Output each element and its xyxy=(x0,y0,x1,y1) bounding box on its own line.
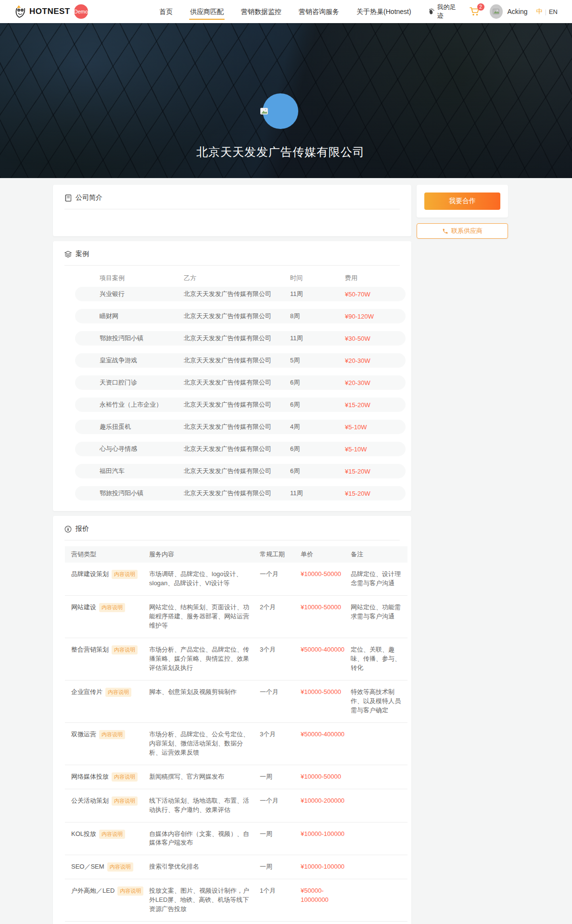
quote-type: 整合营销策划 xyxy=(71,645,109,654)
quote-content: 搜索引擎优化排名 xyxy=(149,862,260,872)
divider xyxy=(64,540,400,540)
col-party-b: 乙方 xyxy=(184,274,290,282)
broken-image-icon xyxy=(260,108,268,115)
content-note-tag[interactable]: 内容说明 xyxy=(112,772,138,782)
case-project: 福田汽车 xyxy=(100,467,184,475)
quotes-table-header: 营销类型 服务内容 常规工期 单价 备注 xyxy=(65,546,407,563)
quote-type-cell: 户外高炮／LED 内容说明 xyxy=(65,886,149,914)
quote-note: 品牌定位、设计理念需与客户沟通 xyxy=(351,570,407,588)
case-party-b: 北京天天发发广告传媒有限公司 xyxy=(184,467,290,475)
content-note-tag[interactable]: 内容说明 xyxy=(105,688,131,697)
case-fee: ¥15-20W xyxy=(345,401,406,409)
nav-item[interactable]: 营销数据监控 xyxy=(241,0,281,23)
content-note-tag[interactable]: 内容说明 xyxy=(112,570,138,579)
username[interactable]: Acking xyxy=(508,8,528,15)
case-row: 永裕竹业（上市企业） 北京天天发发广告传媒有限公司 6周 ¥15-20W xyxy=(75,398,406,412)
intro-section-title: 公司简介 xyxy=(76,193,102,202)
cart-button[interactable]: 2 xyxy=(470,7,480,16)
case-party-b: 北京天天发发广告传媒有限公司 xyxy=(184,312,290,321)
quote-duration: 1个月 xyxy=(260,886,301,914)
content-note-tag[interactable]: 内容说明 xyxy=(99,603,125,612)
my-footprints-label: 我的足迹 xyxy=(437,3,459,20)
quote-duration: 3个月 xyxy=(260,645,301,673)
col-content: 服务内容 xyxy=(149,550,260,559)
case-fee: ¥15-20W xyxy=(345,468,406,475)
quotes-section-header: 报价 xyxy=(64,525,400,533)
nav-item[interactable]: 供应商匹配 xyxy=(190,0,224,23)
content-note-tag[interactable]: 内容说明 xyxy=(107,862,133,872)
quote-type: 户外高炮／LED xyxy=(71,886,114,896)
hotnest-logo[interactable]: HOTNEST xyxy=(14,5,70,18)
quote-row: 整合营销策划 内容说明 市场分析、产品定位、品牌定位、传播策略、媒介策略、舆情监… xyxy=(65,638,407,680)
quote-price: ¥50000-10000000 xyxy=(301,886,351,914)
col-type: 营销类型 xyxy=(65,550,149,559)
contact-supplier-button[interactable]: 联系供应商 xyxy=(417,223,508,239)
case-duration: 5周 xyxy=(290,356,345,365)
content-note-tag[interactable]: 内容说明 xyxy=(99,830,125,839)
cases-table: 项目案例 乙方 时间 费用 兴业银行 北京天天发发广告传媒有限公司 11周 ¥5… xyxy=(75,270,406,500)
quote-row: 品牌建设策划 内容说明 市场调研、品牌定位、logo设计、slogan、品牌设计… xyxy=(65,563,407,596)
content-note-tag[interactable]: 内容说明 xyxy=(112,645,138,654)
intro-empty-body xyxy=(53,209,411,227)
my-footprints-link[interactable]: 我的足迹 xyxy=(429,3,459,20)
nav-item[interactable]: 营销咨询服务 xyxy=(299,0,339,23)
phone-icon xyxy=(442,228,448,234)
hero-banner: 北京天天发发广告传媒有限公司 xyxy=(0,23,572,178)
case-duration: 6周 xyxy=(290,467,345,475)
user-avatar[interactable] xyxy=(490,4,503,19)
quote-type-cell: 整合营销策划 内容说明 xyxy=(65,645,149,673)
content-note-tag[interactable]: 内容说明 xyxy=(112,796,138,806)
quotes-section-title: 报价 xyxy=(76,525,89,533)
quote-type-cell: 双微运营 内容说明 xyxy=(65,730,149,757)
quote-row: 公关活动策划 内容说明 线下活动策划、场地选取、布置、活动执行、客户邀约、效果评… xyxy=(65,789,407,822)
quote-type-cell: KOL投放 内容说明 xyxy=(65,830,149,848)
lang-zh[interactable]: 中 xyxy=(536,7,543,16)
case-fee: ¥20-30W xyxy=(345,379,406,386)
quote-price: ¥10000-50000 xyxy=(301,688,351,715)
col-duration: 常规工期 xyxy=(260,550,301,559)
quote-row: KOL投放 内容说明 自媒体内容创作（文案、视频）、自媒体客户端发布 一周 ¥1… xyxy=(65,822,407,856)
case-fee: ¥20-30W xyxy=(345,357,406,364)
content-note-tag[interactable]: 内容说明 xyxy=(117,886,143,896)
intro-section-header: 公司简介 xyxy=(64,193,400,202)
case-project: 天资口腔门诊 xyxy=(100,378,184,387)
case-row: 鄂旅投沔阳小镇 北京天天发发广告传媒有限公司 11周 ¥30-50W xyxy=(75,331,406,346)
case-duration: 6周 xyxy=(290,400,345,409)
case-project: 皇室战争游戏 xyxy=(100,356,184,365)
cases-card: 案例 项目案例 乙方 时间 费用 兴业银行 北京天天发发广告传媒有限公司 11周… xyxy=(53,241,411,511)
quote-note xyxy=(351,796,407,815)
quote-type: SEO／SEM xyxy=(71,862,104,872)
case-project: 鄂旅投沔阳小镇 xyxy=(100,489,184,498)
quote-price: ¥10000-100000 xyxy=(301,830,351,848)
footprint-icon xyxy=(429,8,435,15)
quote-type-cell: 网络媒体投放 内容说明 xyxy=(65,772,149,782)
quote-content: 市场分析、产品定位、品牌定位、传播策略、媒介策略、舆情监控、效果评估策划及执行 xyxy=(149,645,260,673)
case-project: 兴业银行 xyxy=(100,290,184,298)
quote-note: 特效等高技术制作、以及模特人员需与客户确定 xyxy=(351,688,407,715)
case-row: 天资口腔门诊 北京天天发发广告传媒有限公司 6周 ¥20-30W xyxy=(75,375,406,390)
demo-badge: Demo xyxy=(74,4,88,19)
nav-item[interactable]: 首页 xyxy=(159,0,173,23)
content-note-tag[interactable]: 内容说明 xyxy=(99,730,125,739)
quote-price: ¥50000-400000 xyxy=(301,645,351,673)
quote-row: SEO／SEM 内容说明 搜索引擎优化排名 一周 ¥10000-100000 xyxy=(65,855,407,879)
nav-item[interactable]: 关于热巢(Hotnest) xyxy=(356,0,411,23)
quote-price: ¥10000-100000 xyxy=(301,862,351,872)
case-fee: ¥30-50W xyxy=(345,335,406,342)
broken-image-icon xyxy=(493,9,499,14)
quote-duration: 一周 xyxy=(260,830,301,848)
case-row: 心与心寻情感 北京天天发发广告传媒有限公司 6周 ¥5-10W xyxy=(75,442,406,456)
quotes-table: 营销类型 服务内容 常规工期 单价 备注 品牌建设策划 内容说明 市场调研、品牌… xyxy=(65,546,407,922)
cooperate-button[interactable]: 我要合作 xyxy=(424,192,500,210)
main-nav: 首页 供应商匹配 营销数据监控 营销咨询服务 关于热巢(Hotnest) xyxy=(159,0,429,23)
quote-price: ¥10000-50000 xyxy=(301,570,351,588)
brand-name: HOTNEST xyxy=(29,7,70,16)
case-row: 兴业银行 北京天天发发广告传媒有限公司 11周 ¥50-70W xyxy=(75,287,406,301)
case-project: 心与心寻情感 xyxy=(100,445,184,453)
case-party-b: 北京天天发发广告传媒有限公司 xyxy=(184,445,290,453)
left-column: 公司简介 案例 项目案例 乙方 xyxy=(53,185,411,924)
lang-en[interactable]: EN xyxy=(549,8,558,15)
sidebar: 我要合作 联系供应商 xyxy=(417,185,508,239)
quote-note xyxy=(351,830,407,848)
case-party-b: 北京天天发发广告传媒有限公司 xyxy=(184,489,290,498)
